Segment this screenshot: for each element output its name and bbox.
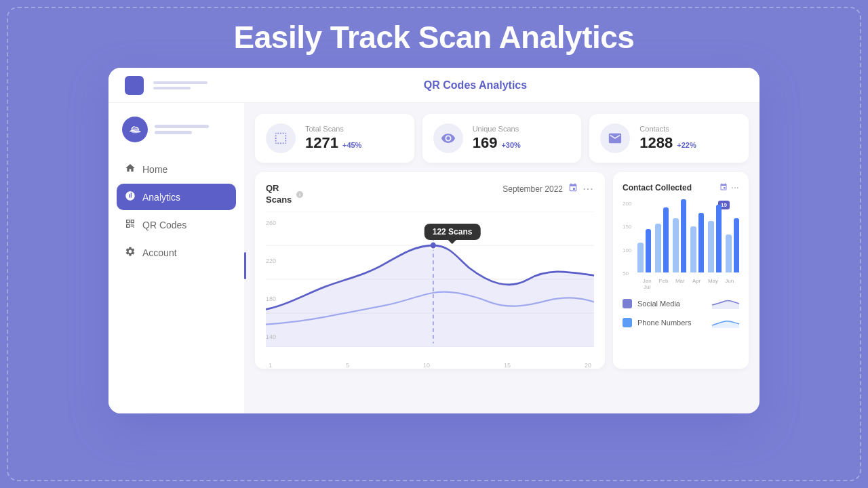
legend-social-media-color — [623, 299, 632, 308]
topbar-line-1 — [153, 81, 208, 84]
user-info — [155, 125, 209, 134]
page-heading: Easily Track Scan Analytics — [0, 0, 868, 68]
app-window: QR Codes Analytics — [108, 68, 760, 413]
contacts-value: 1288 — [639, 134, 673, 152]
bar-may-dark — [716, 205, 722, 272]
chart-controls: September 2022 ··· — [502, 183, 594, 195]
stat-card-total-scans: Total Scans 1271 +45% — [255, 114, 414, 163]
app-logo — [125, 76, 144, 95]
qr-chart-svg — [266, 211, 594, 347]
bar-may-light — [708, 221, 714, 272]
bar-apr-light — [690, 226, 696, 272]
sidebar: Home Analytics — [108, 103, 244, 413]
bar-group-may — [708, 205, 722, 272]
legend-phone-numbers-color — [623, 318, 632, 327]
unique-scans-icon-wrap — [433, 123, 463, 153]
qr-y-labels: 260 220 180 140 — [266, 220, 276, 340]
stats-row: Total Scans 1271 +45% — [255, 114, 749, 163]
bar-mar-dark — [681, 199, 687, 272]
more-icon[interactable]: ··· — [583, 184, 594, 194]
bar-label-may: May — [705, 278, 721, 290]
sidebar-user — [108, 117, 244, 156]
qr-y-label-260: 260 — [266, 220, 276, 226]
bar-apr-dark — [698, 213, 705, 272]
qr-y-label-140: 140 — [266, 333, 276, 340]
chart-title: QRScans — [266, 183, 292, 206]
contact-calendar-icon[interactable] — [719, 182, 728, 194]
unique-scans-change: +30% — [501, 141, 520, 149]
home-label: Home — [142, 164, 167, 175]
app-title: QR Codes Analytics — [208, 79, 743, 92]
bar-label-mar: Mar — [672, 278, 688, 290]
unique-scans-value-row: 169 +30% — [473, 134, 521, 152]
bar-group-jun — [726, 218, 739, 272]
chart-title-area: QRScans — [266, 183, 304, 206]
stat-card-contacts: Contacts 1288 +22% — [589, 114, 749, 163]
total-scans-change: +45% — [342, 141, 361, 149]
legend-social-media-label: Social Media — [637, 300, 680, 308]
total-scans-info: Total Scans 1271 +45% — [305, 125, 361, 152]
analytics-icon — [125, 190, 136, 203]
total-scans-icon-wrap — [266, 123, 296, 153]
sidebar-item-analytics[interactable]: Analytics — [117, 184, 236, 210]
topbar-decoration — [153, 81, 208, 89]
info-icon — [296, 190, 304, 199]
bar-label-apr: Apr — [688, 278, 705, 290]
chart-month: September 2022 — [502, 184, 563, 194]
bar-x-labels: JanJul Feb Mar Apr May Jun — [637, 278, 739, 290]
contact-collected-card: Contact Collected ··· 200 — [613, 172, 749, 369]
unique-scans-info: Unique Scans 169 +30% — [473, 125, 521, 152]
bar-jan-light — [637, 243, 644, 272]
legend-phone-numbers: Phone Numbers — [623, 316, 739, 329]
sidebar-item-account[interactable]: Account — [117, 239, 236, 266]
bottom-row: QRScans September 2022 ··· — [255, 172, 749, 369]
qr-x-15: 15 — [504, 362, 511, 369]
total-scans-value: 1271 — [305, 134, 338, 152]
bar-group-apr — [690, 213, 704, 272]
bar-group-jan — [637, 229, 651, 272]
bar-mar-light — [673, 218, 679, 272]
bar-feb-dark — [663, 207, 669, 272]
chart-area: 122 Scans — [266, 211, 594, 361]
bar-jun-dark — [734, 218, 740, 272]
qr-icon — [125, 218, 136, 231]
contact-more-icon[interactable]: ··· — [732, 184, 739, 192]
topbar: QR Codes Analytics — [108, 68, 760, 103]
qr-chart-card: QRScans September 2022 ··· — [255, 172, 605, 369]
contacts-icon-wrap — [600, 123, 630, 153]
qr-x-1: 1 — [269, 362, 272, 369]
qr-y-label-180: 180 — [266, 296, 276, 302]
contacts-change: +22% — [677, 141, 696, 149]
analytics-label: Analytics — [142, 192, 180, 203]
total-scans-label: Total Scans — [305, 125, 361, 133]
bar-chart-area — [637, 201, 739, 275]
main-title: Easily Track Scan Analytics — [0, 19, 868, 56]
qr-x-5: 5 — [346, 362, 349, 369]
legend-phone-numbers-label: Phone Numbers — [637, 319, 692, 327]
sidebar-item-qrcodes[interactable]: QR Codes — [117, 211, 236, 238]
bar-chart-inner: 19 — [623, 201, 739, 290]
unique-scans-value: 169 — [473, 134, 498, 152]
user-role-line — [155, 131, 192, 134]
qr-x-labels: 1 5 10 15 20 — [266, 362, 594, 369]
sidebar-item-home[interactable]: Home — [117, 156, 236, 182]
avatar — [122, 117, 148, 142]
topbar-line-2 — [153, 87, 191, 89]
contact-card-title: Contact Collected — [623, 183, 692, 192]
main-content: Home Analytics — [108, 103, 760, 413]
bar-label-jun: Jun — [722, 278, 738, 290]
qr-y-label-220: 220 — [266, 258, 276, 264]
user-name-line — [155, 125, 209, 128]
qr-x-20: 20 — [585, 362, 591, 369]
bar-label-feb: Feb — [655, 278, 671, 290]
bar-feb-light — [655, 224, 661, 272]
dashboard: Total Scans 1271 +45% — [244, 103, 760, 413]
contact-card-header: Contact Collected ··· — [623, 182, 739, 194]
calendar-icon[interactable] — [568, 183, 578, 195]
bar-group-feb — [655, 207, 669, 272]
sidebar-nav: Home Analytics — [108, 156, 244, 266]
legend-social-media: Social Media — [623, 297, 739, 310]
unique-scans-label: Unique Scans — [473, 125, 521, 133]
legend: Social Media Phone Numbers — [623, 297, 739, 329]
qr-x-10: 10 — [423, 362, 430, 369]
